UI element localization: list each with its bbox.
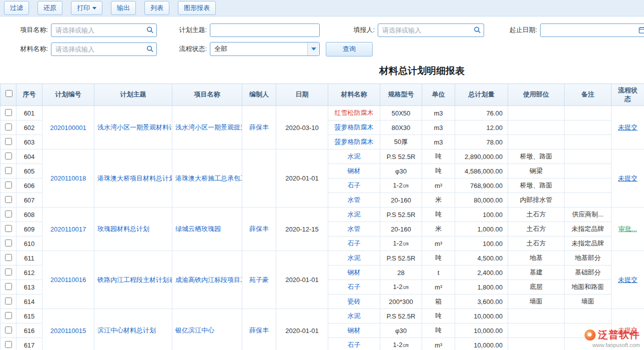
remark-cell: 地面和路面: [565, 280, 612, 294]
author-link[interactable]: 苑子豪: [249, 276, 269, 284]
material-name-link[interactable]: 钢材: [348, 167, 361, 174]
flow-status-link[interactable]: 未提交: [618, 174, 638, 182]
plan-no-link[interactable]: 2020110017: [50, 226, 86, 233]
flow-status-link[interactable]: 审批...: [619, 225, 637, 232]
row-checkbox[interactable]: [5, 268, 12, 276]
row-checkbox[interactable]: [5, 326, 12, 334]
flow-status-cell: 未提交: [612, 150, 644, 208]
toolbar-button-列表[interactable]: 列表: [144, 1, 169, 15]
material-name-link[interactable]: 水泥: [348, 210, 361, 218]
project-name-link[interactable]: 绿城云栖玫瑰园: [175, 225, 221, 232]
material-name-link[interactable]: 红雪松防腐木: [335, 109, 374, 116]
project-name-link[interactable]: 银亿滨江中心: [175, 326, 214, 334]
plan-no-link[interactable]: 2020110018: [50, 174, 86, 182]
reporter-input[interactable]: [378, 24, 484, 37]
row-checkbox[interactable]: [5, 283, 12, 290]
toolbar-button-过滤[interactable]: 过滤: [4, 1, 29, 15]
plan-subject-link[interactable]: 港珠澳大桥项目材料总计划: [97, 174, 172, 182]
flow-status-select[interactable]: 全部: [210, 42, 320, 56]
material-name-link[interactable]: 水泥: [348, 254, 361, 262]
flow-status-link[interactable]: 未提交: [618, 124, 638, 131]
material-name-link[interactable]: 钢材: [348, 326, 361, 334]
project-name-link[interactable]: 港珠澳大桥施工总承包工程: [175, 174, 242, 182]
material-name-cell: 石子: [328, 236, 380, 251]
plan-subject-link[interactable]: 浅水湾小区一期景观材料计划: [97, 124, 172, 131]
filter-area: 项目名称: 计划主题: 填报人: 起止日期: - 材料名称:: [0, 16, 644, 60]
material-name-link[interactable]: 菠萝格防腐木: [335, 124, 374, 131]
chevron-down-icon[interactable]: [307, 42, 319, 56]
plan-subject-input[interactable]: [210, 24, 320, 37]
material-name-input[interactable]: [51, 42, 157, 56]
plan-subject-link[interactable]: 滨江中心材料总计划: [97, 326, 156, 334]
author-link[interactable]: 薛保丰: [249, 326, 269, 334]
project-name-input[interactable]: [51, 24, 157, 37]
column-header: 备注: [565, 84, 612, 106]
project-name-cell: 绿城云栖玫瑰园: [172, 208, 242, 251]
plan-no-link[interactable]: 2020100001: [50, 124, 86, 132]
toolbar-button-输出[interactable]: 输出: [111, 1, 136, 15]
row-checkbox[interactable]: [5, 298, 12, 304]
unit-cell: 箱: [422, 294, 455, 309]
row-checkbox[interactable]: [5, 240, 12, 246]
report-table-body: 6012020100001浅水湾小区一期景观材料计划浅水湾小区一期景观提升工程薛…: [0, 106, 644, 350]
row-checkbox[interactable]: [5, 109, 12, 116]
plan-subject-label: 计划主题:: [174, 26, 207, 34]
row-checkbox[interactable]: [5, 225, 12, 232]
unit-cell: m³: [422, 236, 455, 251]
row-checkbox[interactable]: [5, 312, 12, 319]
material-name-link[interactable]: 石子: [348, 341, 361, 348]
material-name-link[interactable]: 钢材: [348, 268, 361, 276]
material-name-link[interactable]: 菠萝格防腐木: [335, 138, 374, 146]
material-name-cell: 钢材: [328, 324, 380, 338]
row-checkbox[interactable]: [5, 138, 12, 145]
toolbar-button-图形报表[interactable]: 图形报表: [178, 1, 216, 15]
search-icon[interactable]: [474, 26, 481, 34]
fanpu-watermark: 泛普软件 www.fanpusoft.com: [585, 328, 640, 348]
plan-subject-link[interactable]: 玫瑰园材料总计划: [97, 225, 149, 232]
search-icon[interactable]: [146, 26, 154, 34]
row-checkbox[interactable]: [5, 196, 12, 203]
column-header: 总计划量: [455, 84, 508, 106]
row-checkbox[interactable]: [5, 124, 12, 130]
material-name-link[interactable]: 水泥: [348, 312, 361, 320]
row-checkbox[interactable]: [5, 182, 12, 188]
toolbar-button-label: 过滤: [10, 4, 23, 12]
spec-cell: 20-160: [380, 222, 422, 236]
row-select-cell: [0, 280, 16, 294]
toolbar-button-打印[interactable]: 打印: [71, 1, 102, 15]
flow-status-label: 流程状态:: [174, 44, 207, 54]
material-name-link[interactable]: 石子: [348, 240, 361, 247]
flow-status-link[interactable]: 未提交: [618, 276, 638, 284]
material-name-link[interactable]: 瓷砖: [348, 298, 361, 305]
project-name-link[interactable]: 浅水湾小区一期景观提升工程: [175, 124, 242, 131]
row-checkbox[interactable]: [5, 341, 12, 348]
material-name-link[interactable]: 水管: [348, 196, 361, 204]
row-select-cell: [0, 164, 16, 178]
plan-subject-cell: 浅水湾小区一期景观材料计划: [94, 106, 172, 150]
calendar-icon[interactable]: [639, 26, 644, 34]
row-checkbox[interactable]: [5, 152, 12, 160]
filter-row-2: 材料名称: 流程状态: 全部 查询: [0, 40, 644, 58]
search-icon[interactable]: [146, 46, 154, 53]
row-checkbox[interactable]: [5, 167, 12, 174]
row-select-cell: [0, 106, 16, 120]
material-name-link[interactable]: 水管: [348, 225, 361, 232]
report-title: 材料总计划明细报表: [0, 64, 644, 78]
author-link[interactable]: 薛保丰: [249, 225, 269, 232]
row-select-cell: [0, 135, 16, 150]
material-name-link[interactable]: 石子: [348, 182, 361, 189]
select-all-checkbox[interactable]: [5, 90, 12, 97]
plan-no-link[interactable]: 2020110016: [50, 276, 86, 284]
search-button[interactable]: 查询: [326, 42, 373, 56]
row-checkbox[interactable]: [5, 254, 12, 261]
row-checkbox[interactable]: [5, 210, 12, 218]
toolbar-button-还原[interactable]: 还原: [37, 1, 62, 15]
total-plan-qty-cell: 100.00: [455, 236, 508, 251]
material-name-link[interactable]: 石子: [348, 283, 361, 290]
author-link[interactable]: 薛保丰: [249, 124, 269, 131]
plan-subject-link[interactable]: 铁路内江工程段主材计划表: [97, 276, 172, 284]
plan-no-link[interactable]: 2020110015: [50, 327, 86, 334]
project-name-link[interactable]: 成渝高铁内江标段项目工程: [175, 276, 242, 284]
material-name-link[interactable]: 水泥: [348, 152, 361, 160]
date-from-input[interactable]: [540, 24, 644, 37]
